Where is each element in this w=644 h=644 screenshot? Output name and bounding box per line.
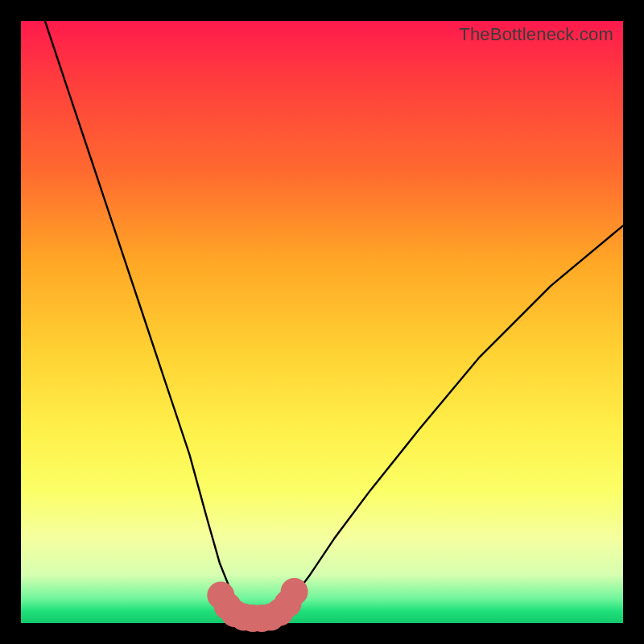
curve-svg <box>21 21 623 623</box>
chart-frame: TheBottleneck.com <box>0 0 644 644</box>
plot-area: TheBottleneck.com <box>21 21 623 623</box>
bottleneck-curve-path <box>45 21 623 617</box>
trough-marker-dot <box>287 584 302 599</box>
trough-marker-group <box>213 584 301 625</box>
